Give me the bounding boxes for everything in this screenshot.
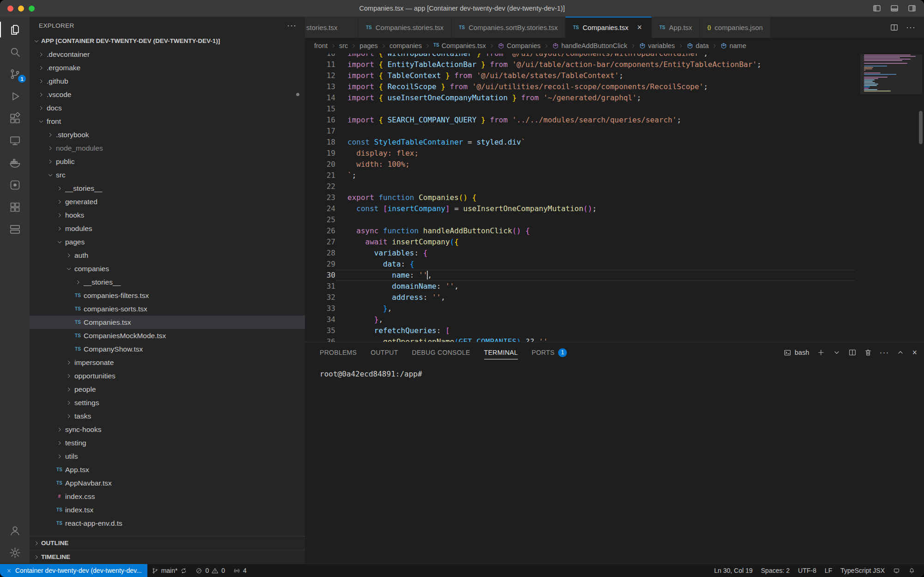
code-line-content[interactable]: display: flex; [335,148,855,159]
tree-item-companies-sorts.tsx[interactable]: TScompanies-sorts.tsx [30,302,305,316]
close-panel-icon[interactable]: × [912,348,918,357]
tree-item-docs[interactable]: docs [30,101,305,115]
tree-item-sync-hooks[interactable]: sync-hooks [30,423,305,436]
code-line-content[interactable]: }, [335,314,855,325]
tab-Companies.stories.tsx[interactable]: TSCompanies.stories.tsx [359,17,451,38]
breadcrumb-handleAddButtonClick[interactable]: handleAddButtonClick [552,42,627,49]
line-number[interactable]: 26 [305,225,335,237]
code-line-content[interactable]: import { EntityTableActionBar } from '@/… [335,59,855,70]
panel-tab-debug-console[interactable]: DEBUG CONSOLE [412,342,470,363]
breadcrumb-Companies.tsx[interactable]: TSCompanies.tsx [433,42,486,49]
tree-item-opportunities[interactable]: opportunities [30,369,305,383]
tab-stories.tsx[interactable]: stories.tsx [305,17,359,38]
tree-item-settings[interactable]: settings [30,396,305,409]
terminal-shell-selector[interactable]: bash [784,349,809,357]
code-editor[interactable]: 10import { WithTopBarContainer } from '@… [305,54,924,342]
activity-explorer-button[interactable] [0,18,30,41]
tree-item-.ergomake[interactable]: .ergomake [30,61,305,74]
toggle-panel-icon[interactable] [890,4,899,13]
tree-item-index.css[interactable]: #index.css [30,490,305,503]
maximize-panel-icon[interactable] [896,348,905,357]
tree-item-.devcontainer[interactable]: .devcontainer [30,48,305,61]
breadcrumb-data[interactable]: data [687,42,709,49]
code-line-content[interactable]: await insertCompany({ [335,237,855,248]
tree-item-.github[interactable]: .github [30,74,305,88]
tree-item-index.tsx[interactable]: TSindex.tsx [30,503,305,516]
tree-item-generated[interactable]: generated [30,195,305,208]
line-number[interactable]: 27 [305,237,335,248]
line-number[interactable]: 21 [305,170,335,181]
line-number[interactable]: 18 [305,137,335,148]
new-terminal-button[interactable] [817,348,825,357]
tree-item-Companies.tsx[interactable]: TSCompanies.tsx [30,316,305,329]
close-tab-icon[interactable]: × [635,23,644,32]
line-number[interactable]: 17 [305,126,335,137]
language-mode[interactable]: TypeScript JSX [836,564,889,577]
terminal-profiles-dropdown-icon[interactable] [833,348,841,357]
code-line-content[interactable]: import { SEARCH_COMPANY_QUERY } from '..… [335,115,855,126]
toggle-primary-sidebar-icon[interactable] [872,4,881,13]
code-line-content[interactable]: data: { [335,259,855,270]
line-number[interactable]: 33 [305,303,335,314]
tree-item-.storybook[interactable]: .storybook [30,128,305,141]
activity-search-button[interactable] [0,41,30,63]
panel-more-actions-icon[interactable]: ··· [880,348,889,357]
tab-Companies.tsx[interactable]: TSCompanies.tsx× [565,17,652,38]
outline-section-header[interactable]: OUTLINE [30,536,305,550]
tree-item-public[interactable]: public [30,155,305,168]
code-line-content[interactable]: width: 100%; [335,159,855,170]
settings-button[interactable] [0,541,30,564]
tree-item-src[interactable]: src [30,168,305,182]
breadcrumb-src[interactable]: src [339,42,348,49]
line-number[interactable]: 15 [305,103,335,115]
activity-extensions-button[interactable] [0,107,30,129]
activity-extension-c-button[interactable] [0,218,30,240]
activity-extension-b-button[interactable] [0,196,30,218]
panel-tab-terminal[interactable]: TERMINAL [484,342,518,363]
split-terminal-icon[interactable] [848,348,857,357]
line-number[interactable]: 31 [305,281,335,292]
line-number[interactable]: 13 [305,81,335,92]
tab-companies.json[interactable]: {}companies.json [700,17,771,38]
tree-item-companies-filters.tsx[interactable]: TScompanies-filters.tsx [30,289,305,302]
tree-item-people[interactable]: people [30,383,305,396]
tree-item-.vscode[interactable]: .vscode [30,88,305,101]
code-line-content[interactable]: getOperationName(GET_COMPANIES) ?? '', [335,336,855,342]
code-line-content[interactable] [335,214,855,225]
terminal[interactable]: root@0a42ecd84891:/app# [305,363,924,564]
tree-item-testing[interactable]: testing [30,436,305,449]
activity-docker-button[interactable] [0,152,30,174]
line-number[interactable]: 36 [305,336,335,342]
line-number[interactable]: 22 [305,181,335,192]
line-number[interactable]: 16 [305,115,335,126]
ports-indicator[interactable]: 4 [229,564,251,577]
tree-item-CompanyShow.tsx[interactable]: TSCompanyShow.tsx [30,342,305,356]
timeline-section-header[interactable]: TIMELINE [30,550,305,564]
tree-item-__stories__[interactable]: __stories__ [30,275,305,289]
line-number[interactable]: 28 [305,248,335,259]
panel-tab-output[interactable]: OUTPUT [371,342,398,363]
cursor-position[interactable]: Ln 30, Col 19 [710,564,757,577]
tree-item-__stories__[interactable]: __stories__ [30,182,305,195]
breadcrumb-Companies[interactable]: Companies [498,42,541,49]
status-misc-indicator[interactable] [889,564,904,577]
code-line-content[interactable]: export function Companies() { [335,192,855,203]
tree-item-modules[interactable]: modules [30,222,305,235]
remote-indicator[interactable]: Container dev-twenty-dev (dev-twenty-dev… [0,564,147,577]
editor-scrollbar[interactable] [919,111,923,144]
branch-indicator[interactable]: main* [147,564,192,577]
line-number[interactable]: 20 [305,159,335,170]
code-line-content[interactable]: `; [335,170,855,181]
tree-item-companies[interactable]: companies [30,262,305,275]
code-line-content[interactable]: variables: { [335,248,855,259]
line-number[interactable]: 34 [305,314,335,325]
minimap-slider[interactable] [860,55,922,94]
panel-tab-problems[interactable]: PROBLEMS [320,342,357,363]
tree-item-AppNavbar.tsx[interactable]: TSAppNavbar.tsx [30,476,305,490]
tree-item-react-app-env.d.ts[interactable]: TSreact-app-env.d.ts [30,516,305,530]
terminal-prompt[interactable]: root@0a42ecd84891:/app# [320,369,924,379]
minimize-window-button[interactable] [18,6,24,12]
breadcrumb-front[interactable]: front [314,42,328,49]
tree-item-impersonate[interactable]: impersonate [30,356,305,369]
panel-tab-ports[interactable]: PORTS1 [532,342,567,363]
